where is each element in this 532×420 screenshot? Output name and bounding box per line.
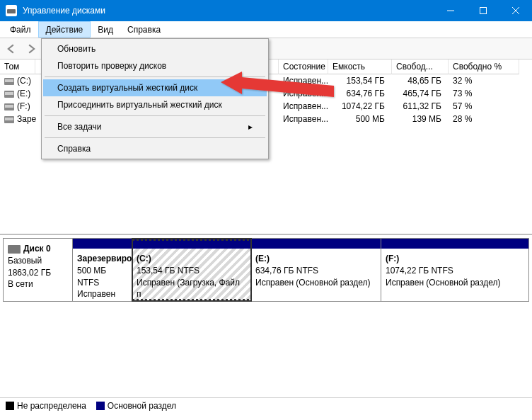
disk-meta[interactable]: Диск 0 Базовый 1863,02 ГБ В сети xyxy=(4,239,73,301)
drive-icon xyxy=(4,78,14,85)
col-capacity[interactable]: Емкость xyxy=(328,59,392,74)
drive-icon xyxy=(4,116,14,123)
forward-icon[interactable] xyxy=(24,42,38,56)
disk-layout-pane: Диск 0 Базовый 1863,02 ГБ В сети Зарезер… xyxy=(0,235,532,392)
action-dropdown: Обновить Повторить проверку дисков Созда… xyxy=(41,38,269,159)
volume-free: 48,65 ГБ xyxy=(392,74,449,87)
dd-attach-vhd[interactable]: Присоединить виртуальный жесткий диск xyxy=(43,96,267,113)
volume-capacity: 153,54 ГБ xyxy=(328,74,392,87)
title-bar: Управление дисками xyxy=(0,0,532,21)
menu-file[interactable]: Файл xyxy=(3,21,38,38)
legend-primary: Основной раздел xyxy=(96,401,176,411)
dd-rescan[interactable]: Повторить проверку дисков xyxy=(43,57,267,74)
menu-view[interactable]: Вид xyxy=(91,21,120,38)
col-free[interactable]: Свобод... xyxy=(392,59,449,74)
menu-help[interactable]: Справка xyxy=(120,21,168,38)
partition-f[interactable]: (F:)1074,22 ГБ NTFSИсправен (Основной ра… xyxy=(381,239,528,301)
volume-name[interactable]: (E:) xyxy=(0,87,35,100)
volume-pct: 32 % xyxy=(449,74,519,87)
disk-icon xyxy=(8,245,21,254)
dd-all-tasks[interactable]: Все задачи▸ xyxy=(43,118,267,135)
legend-unallocated: Не распределена xyxy=(6,401,86,411)
svg-rect-1 xyxy=(480,8,487,14)
app-icon xyxy=(6,5,17,16)
volume-name[interactable]: Заре xyxy=(0,113,35,125)
disk-row: Диск 0 Базовый 1863,02 ГБ В сети Зарезер… xyxy=(3,238,529,302)
dd-separator xyxy=(45,76,265,77)
maximize-button[interactable] xyxy=(467,0,499,21)
close-button[interactable] xyxy=(499,0,532,21)
dd-separator xyxy=(45,137,265,138)
partition-e[interactable]: (E:)634,76 ГБ NTFSИсправен (Основной раз… xyxy=(251,239,381,301)
menu-action[interactable]: Действие xyxy=(38,21,91,38)
minimize-button[interactable] xyxy=(434,0,467,21)
drive-icon xyxy=(4,91,14,98)
window-title: Управление дисками xyxy=(23,6,434,16)
col-tom[interactable]: Том xyxy=(0,59,35,74)
drive-icon xyxy=(4,103,14,110)
partition-reserved[interactable]: Зарезервиро500 МБ NTFSИсправен (Си xyxy=(73,239,132,301)
partition-c[interactable]: (C:)153,54 ГБ NTFSИсправен (Загрузка, Фа… xyxy=(132,239,251,301)
dd-separator xyxy=(45,115,265,116)
dd-refresh[interactable]: Обновить xyxy=(43,40,267,57)
volume-state: Исправен... xyxy=(279,74,328,87)
back-icon[interactable] xyxy=(4,42,18,56)
volume-name[interactable]: (C:) xyxy=(0,74,35,87)
menu-bar: Файл Действие Вид Справка xyxy=(0,21,532,38)
legend-bar: Не распределена Основной раздел xyxy=(0,397,532,413)
col-free-pct[interactable]: Свободно % xyxy=(449,59,519,74)
volume-name[interactable]: (F:) xyxy=(0,100,35,113)
col-state[interactable]: Состояние xyxy=(279,59,328,74)
dd-help[interactable]: Справка xyxy=(43,140,267,157)
dd-create-vhd[interactable]: Создать виртуальный жесткий диск xyxy=(43,79,267,96)
